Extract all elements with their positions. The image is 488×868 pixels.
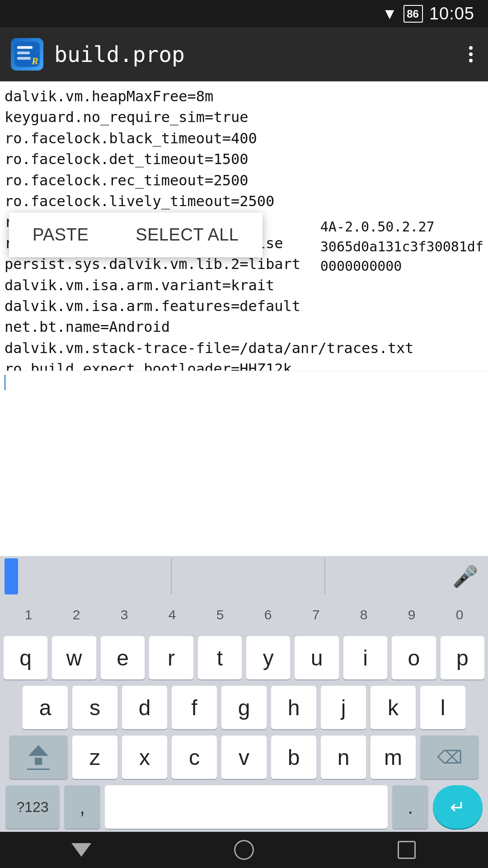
num-key-0[interactable]: 0 (438, 599, 481, 631)
letter-key-f[interactable]: f (172, 686, 217, 729)
context-menu: PASTE SELECT ALL (9, 212, 263, 257)
svg-rect-2 (17, 52, 30, 54)
status-icons: ▼ 86 10:05 (382, 4, 474, 24)
suggestion-bar: 🎤 (0, 556, 488, 597)
letter-key-v[interactable]: v (221, 736, 267, 779)
num-key-9[interactable]: 9 (390, 599, 433, 631)
text-cursor (5, 375, 5, 390)
letter-key-i[interactable]: i (343, 636, 387, 679)
status-time: 10:05 (429, 4, 474, 24)
letter-key-h[interactable]: h (271, 686, 316, 729)
cursor-line (0, 371, 488, 393)
symbols-key[interactable]: ?123 (5, 785, 60, 829)
suggestion-item-1[interactable] (18, 558, 171, 594)
letter-key-s[interactable]: s (72, 686, 117, 729)
suggestion-item-3[interactable]: 🎤 (325, 558, 483, 594)
letter-key-w[interactable]: w (52, 636, 96, 679)
num-key-5[interactable]: 5 (198, 599, 242, 631)
overflow-dot (469, 59, 473, 62)
num-key-4[interactable]: 4 (150, 599, 194, 631)
shift-key[interactable] (9, 736, 68, 779)
num-key-8[interactable]: 8 (342, 599, 385, 631)
letter-key-r[interactable]: r (149, 636, 193, 679)
keyboard-row-3: zxcvbnm⌫ (0, 732, 488, 782)
status-bar: ▼ 86 10:05 (0, 0, 488, 27)
right-content-text: 4A-2.0.50.2.27 3065d0a131c3f30081df 0000… (320, 217, 483, 276)
delete-key[interactable]: ⌫ (420, 736, 479, 779)
letter-key-g[interactable]: g (221, 686, 267, 729)
letter-key-a[interactable]: a (23, 686, 68, 729)
letter-key-z[interactable]: z (72, 736, 117, 779)
backspace-icon: ⌫ (437, 747, 463, 768)
wifi-icon: ▼ (382, 5, 398, 23)
letter-key-e[interactable]: e (101, 636, 145, 679)
home-button[interactable] (226, 836, 262, 863)
letter-key-x[interactable]: x (122, 736, 167, 779)
spacebar[interactable] (105, 785, 388, 829)
overflow-dot (469, 52, 473, 56)
keyboard-row-1: qwertyuiop (0, 633, 488, 683)
letter-key-k[interactable]: k (371, 686, 416, 729)
back-icon (71, 843, 91, 857)
num-key-2[interactable]: 2 (55, 599, 98, 631)
app-bar: R build.prop (0, 27, 488, 81)
period-key[interactable]: . (392, 785, 428, 829)
mic-icon[interactable]: 🎤 (452, 564, 478, 589)
comma-key[interactable]: , (64, 785, 100, 829)
app-title: build.prop (54, 42, 454, 67)
letter-key-o[interactable]: o (392, 636, 436, 679)
svg-rect-1 (17, 46, 33, 49)
suggestion-item-2[interactable] (172, 558, 324, 594)
select-all-button[interactable]: SELECT ALL (112, 212, 262, 257)
letter-key-d[interactable]: d (122, 686, 167, 729)
back-button[interactable] (63, 836, 99, 863)
svg-rect-3 (17, 57, 31, 60)
num-key-6[interactable]: 6 (246, 599, 290, 631)
letter-key-n[interactable]: n (321, 736, 366, 779)
num-key-1[interactable]: 1 (7, 599, 50, 631)
recents-button[interactable] (389, 836, 425, 863)
letter-key-j[interactable]: j (321, 686, 366, 729)
letter-key-t[interactable]: t (198, 636, 242, 679)
overflow-dot (469, 46, 473, 50)
letter-key-p[interactable]: p (441, 636, 484, 679)
num-key-7[interactable]: 7 (294, 599, 338, 631)
content-area[interactable]: dalvik.vm.heapMaxFree=8m keyguard.no_req… (0, 81, 488, 371)
keyboard-row-2: asdfghjkl (0, 683, 488, 732)
overflow-menu-button[interactable] (465, 42, 477, 67)
letter-key-m[interactable]: m (371, 736, 416, 779)
battery-icon: 86 (404, 5, 423, 23)
navigation-bar (0, 832, 488, 868)
home-icon (234, 840, 254, 860)
paste-button[interactable]: PASTE (9, 212, 112, 257)
app-icon: R (11, 38, 43, 71)
recents-icon (398, 841, 416, 859)
keyboard-bottom-row: ?123 , . ↵ (0, 782, 488, 832)
num-key-3[interactable]: 3 (103, 599, 146, 631)
enter-key[interactable]: ↵ (433, 785, 483, 829)
letter-key-q[interactable]: q (4, 636, 47, 679)
svg-text:R: R (31, 55, 38, 66)
keyboard[interactable]: 🎤 1234567890 qwertyuiop asdfghjkl zxcvbn… (0, 556, 488, 832)
suggestion-highlight (5, 558, 18, 594)
letter-key-l[interactable]: l (420, 686, 465, 729)
letter-key-y[interactable]: y (246, 636, 290, 679)
number-row: 1234567890 (0, 597, 488, 633)
letter-key-u[interactable]: u (295, 636, 338, 679)
letter-key-b[interactable]: b (271, 736, 316, 779)
letter-key-c[interactable]: c (172, 736, 217, 779)
